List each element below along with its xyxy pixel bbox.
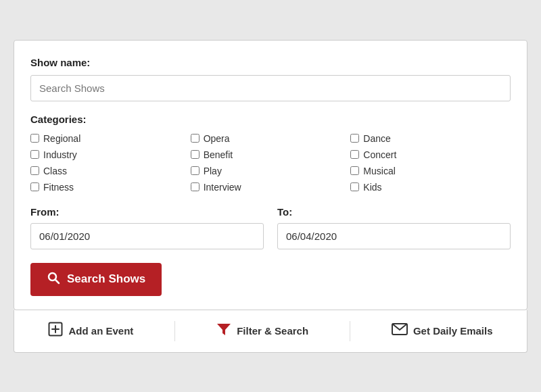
category-fitness[interactable]: Fitness (30, 182, 191, 193)
categories-label: Categories: (30, 114, 511, 125)
main-form-container: Show name: Categories: Regional Opera Da… (14, 40, 527, 310)
category-class[interactable]: Class (30, 166, 191, 176)
checkbox-dance[interactable] (350, 134, 359, 143)
filter-icon (216, 322, 231, 340)
category-musical[interactable]: Musical (350, 166, 511, 176)
category-label-play: Play (204, 166, 222, 176)
search-shows-label: Search Shows (67, 272, 145, 286)
from-date-input[interactable] (30, 223, 264, 249)
categories-grid: Regional Opera Dance Industry Benefit Co… (30, 133, 511, 193)
checkbox-class[interactable] (30, 166, 39, 175)
add-event-action[interactable]: Add an Event (48, 322, 133, 340)
checkbox-fitness[interactable] (30, 182, 39, 191)
get-daily-emails-action[interactable]: Get Daily Emails (392, 323, 493, 339)
svg-marker-5 (217, 324, 231, 335)
from-label: From: (30, 206, 264, 218)
bottom-bar: Add an Event Filter & Search Get Daily E… (14, 310, 527, 353)
checkbox-play[interactable] (191, 166, 199, 175)
category-interview[interactable]: Interview (191, 182, 351, 193)
checkbox-regional[interactable] (30, 134, 39, 143)
checkbox-musical[interactable] (350, 166, 359, 175)
checkbox-interview[interactable] (191, 182, 199, 191)
category-opera[interactable]: Opera (191, 133, 351, 144)
category-industry[interactable]: Industry (30, 149, 191, 160)
category-label-regional: Regional (43, 133, 80, 144)
divider-2 (350, 321, 350, 341)
to-date-input[interactable] (277, 223, 511, 249)
envelope-icon (392, 323, 408, 339)
category-concert[interactable]: Concert (350, 149, 511, 160)
search-shows-button[interactable]: Search Shows (30, 263, 162, 296)
to-date-group: To: (277, 206, 511, 249)
get-daily-emails-label: Get Daily Emails (413, 325, 493, 337)
to-label: To: (277, 206, 511, 218)
checkbox-kids[interactable] (350, 182, 359, 191)
add-event-label: Add an Event (68, 325, 133, 337)
category-label-dance: Dance (363, 133, 390, 144)
add-event-icon (48, 322, 63, 340)
divider-1 (174, 321, 175, 341)
search-icon (47, 271, 60, 288)
category-label-kids: Kids (363, 182, 381, 193)
filter-search-label: Filter & Search (237, 325, 308, 337)
category-label-benefit: Benefit (204, 149, 233, 160)
category-kids[interactable]: Kids (350, 182, 511, 193)
category-label-musical: Musical (363, 166, 395, 176)
checkbox-concert[interactable] (350, 150, 359, 159)
category-label-concert: Concert (363, 149, 396, 160)
show-name-label: Show name: (30, 57, 511, 68)
category-label-opera: Opera (204, 133, 230, 144)
checkbox-opera[interactable] (191, 134, 199, 143)
category-label-class: Class (43, 166, 67, 176)
category-label-fitness: Fitness (43, 182, 74, 193)
svg-line-1 (55, 280, 59, 283)
category-benefit[interactable]: Benefit (191, 149, 351, 160)
category-dance[interactable]: Dance (350, 133, 511, 144)
date-row: From: To: (30, 206, 511, 249)
search-input[interactable] (30, 75, 511, 101)
checkbox-benefit[interactable] (191, 150, 199, 159)
checkbox-industry[interactable] (30, 150, 39, 159)
from-date-group: From: (30, 206, 264, 249)
category-regional[interactable]: Regional (30, 133, 191, 144)
category-label-industry: Industry (43, 149, 77, 160)
filter-search-action[interactable]: Filter & Search (216, 322, 308, 340)
category-label-interview: Interview (204, 182, 241, 193)
category-play[interactable]: Play (191, 166, 351, 176)
